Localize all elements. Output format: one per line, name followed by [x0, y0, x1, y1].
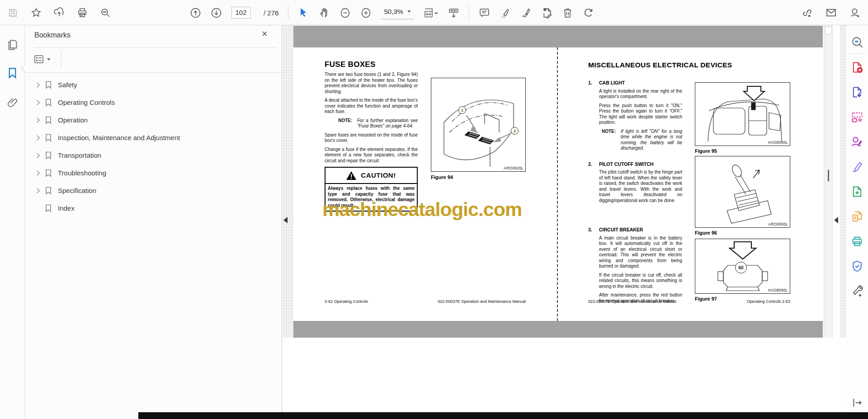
- circuit-breaker-paragraph-1: A main circuit breaker is in the battery…: [599, 235, 682, 269]
- bookmark-item-operation[interactable]: Operation: [25, 111, 282, 129]
- bookmark-item-inspection-maintenance[interactable]: Inspection, Maintenance and Adjustment: [25, 129, 282, 146]
- fuse-paragraph-3: Spare fuses are mounted on the inside of…: [325, 132, 418, 144]
- bookmark-item-operating-controls[interactable]: Operating Controls: [25, 94, 282, 111]
- bookmark-icon: [45, 169, 52, 177]
- bookmark-item-troubleshooting[interactable]: Troubleshooting: [25, 164, 282, 182]
- vertical-scrollbar[interactable]: [824, 25, 833, 338]
- upload-cloud-icon[interactable]: [53, 7, 65, 19]
- navigation-tab-strip: [0, 25, 25, 419]
- expand-rail-icon[interactable]: [850, 396, 864, 410]
- share-people-icon[interactable]: [849, 7, 861, 19]
- figure-95-image: HAOB060L: [695, 82, 790, 146]
- bookmark-item-index[interactable]: Index: [25, 199, 282, 217]
- figure-95-code: HAOB060L: [768, 140, 788, 145]
- draw-comment-icon[interactable]: [850, 160, 864, 174]
- protect-pdf-icon[interactable]: [850, 259, 864, 273]
- chevron-right-icon[interactable]: [34, 82, 39, 87]
- scrollbar-top-button[interactable]: [825, 27, 832, 34]
- figure-96-code: ARO0650L: [768, 222, 788, 226]
- chevron-right-icon[interactable]: [34, 135, 39, 140]
- chevron-right-icon[interactable]: [34, 170, 39, 175]
- toolbar-separator: [469, 5, 469, 20]
- page-thumbnails-icon[interactable]: [6, 39, 19, 51]
- pilot-cutoff-lever-drawing: [695, 156, 790, 227]
- combine-files-icon[interactable]: [850, 210, 864, 223]
- bookmark-icon: [45, 116, 52, 124]
- delete-trash-icon[interactable]: [562, 7, 573, 19]
- organize-pages-icon[interactable]: [850, 110, 864, 124]
- print-production-icon[interactable]: [850, 235, 864, 248]
- left-page-heading: FUSE BOXES: [325, 60, 376, 69]
- print-icon[interactable]: [76, 7, 88, 19]
- toolbar-share-group: [802, 0, 861, 25]
- page-down-icon[interactable]: [211, 7, 222, 19]
- email-icon[interactable]: [826, 7, 837, 19]
- find-in-document-icon[interactable]: [850, 35, 864, 49]
- item-3-heading: 3. CIRCUIT BREAKER: [588, 227, 682, 233]
- warning-triangle-icon: [346, 171, 356, 180]
- panel-divider: [61, 52, 61, 67]
- zoom-in-icon[interactable]: [360, 7, 372, 19]
- star-icon[interactable]: [30, 7, 42, 19]
- highlighter-icon[interactable]: [500, 7, 511, 19]
- edit-page-icon[interactable]: [541, 7, 552, 19]
- right-page-heading: MISCELLANEOUS ELECTRICAL DEVICES: [588, 61, 732, 69]
- fit-width-dropdown-icon[interactable]: [423, 7, 439, 19]
- figure-96-image: ARO0650L: [695, 156, 790, 228]
- item-1-title: CAB LIGHT: [599, 80, 625, 86]
- chevron-right-icon[interactable]: [34, 100, 39, 105]
- figure-97-code: HAOB090L: [768, 288, 788, 292]
- zoom-out-icon[interactable]: [340, 7, 351, 19]
- toolbar-separator: [288, 5, 288, 20]
- chevron-right-icon[interactable]: [34, 153, 39, 158]
- more-tools-icon[interactable]: [850, 284, 864, 298]
- add-file-icon[interactable]: [850, 185, 864, 198]
- bookmark-label: Operating Controls: [58, 99, 115, 106]
- fill-and-sign-icon[interactable]: [850, 135, 864, 149]
- canvas-band-bottom: [293, 321, 823, 338]
- rotate-icon[interactable]: [583, 7, 594, 19]
- item-2-heading: 2. PILOT CUTOFF SWITCH: [588, 161, 682, 167]
- bookmark-label: Operation: [58, 116, 88, 124]
- close-icon[interactable]: ×: [262, 29, 268, 39]
- bookmark-item-transportation[interactable]: Transportation: [25, 146, 282, 164]
- bookmarks-tab-icon[interactable]: [6, 67, 19, 79]
- figure-95-caption: Figure 95: [695, 148, 717, 154]
- page-up-icon[interactable]: [190, 7, 201, 19]
- left-page-footer-right: 022-00037E Operation and Maintenance Man…: [431, 299, 526, 304]
- caution-title: CAUTION!: [361, 173, 396, 179]
- hand-tool-icon[interactable]: [319, 7, 330, 19]
- cab-light-paragraph-2: Press the push button to turn it "ON." P…: [599, 103, 682, 126]
- chevron-right-icon[interactable]: [34, 118, 39, 122]
- page-scrolling-icon[interactable]: [448, 7, 459, 19]
- comment-icon[interactable]: [479, 7, 490, 19]
- left-page-footer-left: 2-52 Operating Controls: [325, 299, 368, 304]
- attachments-icon[interactable]: [6, 97, 19, 109]
- figure-94-callout-2: 2: [511, 127, 519, 135]
- item-3-title: CIRCUIT BREAKER: [599, 227, 643, 233]
- sign-pen-icon[interactable]: [520, 7, 532, 19]
- export-pdf-icon[interactable]: [850, 85, 864, 99]
- rail-divider: [850, 53, 864, 54]
- note-text: For a further explanation see "Fuse Boxe…: [357, 118, 418, 129]
- cab-light-paragraph-1: A light is installed on the rear right o…: [599, 89, 682, 100]
- create-pdf-icon[interactable]: [850, 61, 864, 74]
- select-tool-icon[interactable]: [298, 7, 309, 19]
- scrollbar-thumb[interactable]: [828, 170, 829, 181]
- panel-divider: [25, 72, 282, 73]
- collapse-left-panel-icon[interactable]: [283, 217, 288, 223]
- document-spread: FUSE BOXES There are two fuse boxes (1 a…: [293, 47, 822, 321]
- bookmark-item-safety[interactable]: Safety: [25, 76, 282, 94]
- zoom-level-dropdown[interactable]: 50,3%: [381, 6, 414, 20]
- canvas-gutter-left: [283, 25, 293, 338]
- share-link-icon[interactable]: [802, 7, 813, 19]
- chevron-right-icon[interactable]: [34, 188, 39, 193]
- page-number-input[interactable]: 102: [231, 7, 250, 19]
- item-1-number: 1.: [588, 80, 595, 86]
- bookmark-label: Index: [58, 204, 75, 212]
- collapse-right-panel-icon[interactable]: [834, 217, 838, 223]
- search-icon[interactable]: [99, 7, 111, 19]
- save-icon[interactable]: [7, 7, 19, 19]
- bookmark-item-specification[interactable]: Specification: [25, 182, 282, 199]
- bookmark-options-button[interactable]: [32, 52, 56, 66]
